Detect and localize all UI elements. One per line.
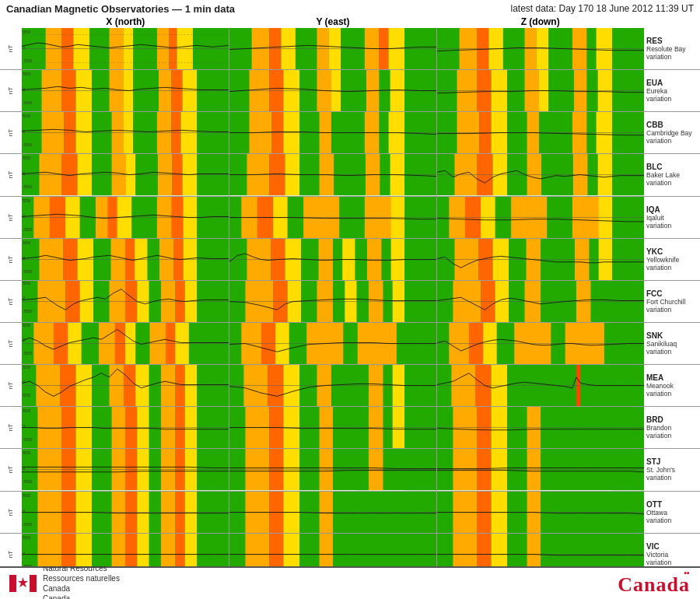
row-ott: nT: [0, 492, 700, 534]
chart-snk-z: [437, 323, 644, 364]
row-stj: nT: [0, 449, 700, 491]
canada-wordmark: Canadä: [618, 570, 691, 597]
chart-res-y: [229, 28, 437, 69]
row-ykc: nT: [0, 239, 700, 281]
svg-rect-410: [37, 534, 61, 566]
chart-iqa-z: [437, 197, 644, 238]
chart-ott-z: [437, 492, 644, 533]
svg-rect-429: [357, 534, 369, 566]
svg-rect-434: [477, 534, 491, 566]
chart-mea-z: [437, 365, 644, 406]
chart-stj-z: [437, 449, 644, 490]
row-vic: nT: [0, 534, 700, 566]
chart-ykc-x: 550 0 -550: [22, 239, 229, 280]
svg-rect-435: [492, 534, 507, 566]
nT-label-ott: nT: [0, 492, 22, 533]
chart-eua-z: [437, 70, 644, 111]
nT-label-eua: nT: [0, 70, 22, 111]
svg-rect-438: [612, 534, 644, 566]
chart-iqa-y: [229, 197, 437, 238]
station-label-brd: BRD Brandon variation: [644, 407, 700, 448]
nT-label-blc: nT: [0, 154, 22, 195]
chart-ykc-y: [229, 239, 437, 280]
svg-rect-412: [76, 534, 92, 566]
chart-snk-y: [229, 323, 437, 364]
footer-org-text: Natural Resources Ressources naturelles …: [43, 563, 120, 599]
nT-label-iqa: nT: [0, 197, 22, 238]
chart-iqa-x: 550 0 -550: [22, 197, 229, 238]
svg-rect-436: [507, 534, 527, 566]
chart-brd-x: 550 0 -550: [22, 407, 229, 448]
chart-blc-y: [229, 154, 437, 195]
svg-rect-437: [527, 534, 541, 566]
chart-mea-x: 550 0 550: [22, 365, 229, 406]
svg-rect-421: [197, 534, 229, 566]
chart-res-x: 550 0 -550: [22, 28, 229, 69]
chart-eua-x: 550 0 -550: [22, 70, 229, 111]
chart-eua-y: [229, 70, 437, 111]
station-label-snk: SNK Sanikiluaq variation: [644, 323, 700, 364]
chart-cbb-x: 550 0 -550: [22, 112, 229, 153]
station-label-fcc: FCC Fort Churchill variation: [644, 281, 700, 322]
station-label-blc: BLC Baker Lake variation: [644, 154, 700, 195]
chart-ott-x: 550 0 -550: [22, 492, 229, 533]
svg-rect-417: [149, 534, 161, 566]
col-header-z: Z (down): [436, 16, 644, 27]
chart-stj-y: [229, 449, 437, 490]
header-date: latest data: Day 170 18 June 2012 11:39 …: [511, 3, 695, 14]
canada-flag-icon: [9, 575, 37, 592]
station-label-ott: OTT Ottawa variation: [644, 492, 700, 533]
svg-rect-430: [404, 534, 436, 566]
nT-label-ykc: nT: [0, 239, 22, 280]
nT-label-cbb: nT: [0, 112, 22, 153]
nT-label-snk: nT: [0, 323, 22, 364]
row-mea: nT: [0, 365, 700, 407]
svg-rect-420: [185, 534, 197, 566]
nT-label-stj: nT: [0, 449, 22, 490]
header: Canadian Magnetic Observatories — 1 min …: [0, 0, 700, 16]
chart-stj-x: 550 0 -550: [22, 449, 229, 490]
chart-cbb-z: [437, 112, 644, 153]
chart-vic-x: 550 0 -550: [22, 534, 229, 566]
nT-label-res: nT: [0, 28, 22, 69]
chart-vic-z: [437, 534, 644, 566]
chart-brd-z: [437, 407, 644, 448]
chart-mea-y: [229, 365, 437, 406]
svg-rect-415: [125, 534, 137, 566]
svg-rect-419: [175, 534, 184, 566]
station-label-stj: STJ St. John's variation: [644, 449, 700, 490]
header-title: Canadian Magnetic Observatories — 1 min …: [6, 3, 235, 15]
svg-rect-414: [112, 534, 125, 566]
chart-vic-y: [229, 534, 437, 566]
chart-snk-x: 550 0 -550: [22, 323, 229, 364]
chart-fcc-y: [229, 281, 437, 322]
row-snk: nT: [0, 323, 700, 365]
footer: Natural Resources Ressources naturelles …: [0, 566, 700, 599]
chart-cbb-y: [229, 112, 437, 153]
col-header-y: Y (east): [229, 16, 437, 27]
nT-label-fcc: nT: [0, 281, 22, 322]
chart-fcc-x: 550 0 -550: [22, 281, 229, 322]
station-label-eua: EUA Eureka variation: [644, 70, 700, 111]
row-fcc: nT: [0, 281, 700, 323]
svg-rect-433: [453, 534, 477, 566]
chart-fcc-z: [437, 281, 644, 322]
svg-rect-424: [245, 534, 269, 566]
station-label-vic: VIC Victoria variation: [644, 534, 700, 566]
nT-label-mea: nT: [0, 365, 22, 406]
station-label-mea: MEA Meanook variation: [644, 365, 700, 406]
chart-brd-y: [229, 407, 437, 448]
row-cbb: nT: [0, 112, 700, 154]
station-label-cbb: CBB Cambridge Bay variation: [644, 112, 700, 153]
svg-rect-442: [30, 575, 37, 592]
svg-rect-413: [92, 534, 112, 566]
chart-ott-y: [229, 492, 437, 533]
svg-rect-428: [320, 534, 333, 566]
chart-blc-z: [437, 154, 644, 195]
col-header-x: X (north): [22, 16, 229, 27]
svg-rect-440: [9, 575, 16, 592]
svg-rect-416: [137, 534, 149, 566]
nT-label-brd: nT: [0, 407, 22, 448]
main-container: Canadian Magnetic Observatories — 1 min …: [0, 0, 700, 599]
chart-ykc-z: [437, 239, 644, 280]
